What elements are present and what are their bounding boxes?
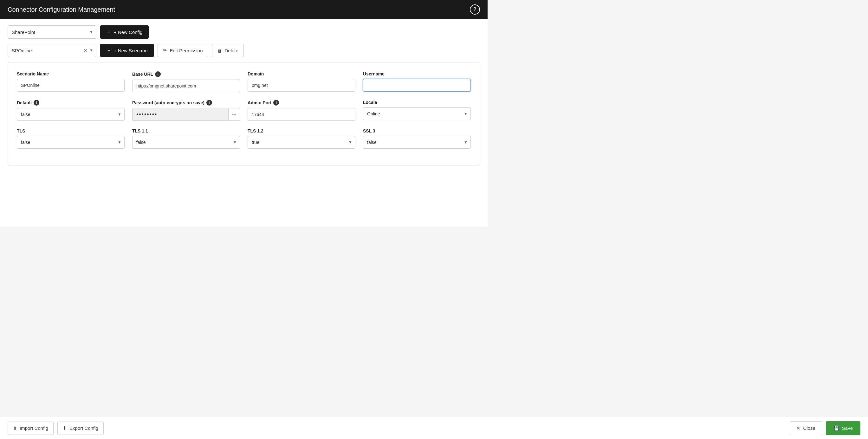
delete-button[interactable]: 🗑 Delete — [212, 44, 244, 57]
new-scenario-plus-icon: ＋ — [106, 48, 111, 54]
default-select-wrapper: false true ▼ — [17, 108, 125, 121]
main-content: SharePoint ▼ ＋ + New Config SPOnline ✕ ▼… — [0, 19, 488, 227]
default-label: Default i — [17, 100, 125, 105]
scenario-select-wrapper: SPOnline ✕ ▼ — [8, 44, 96, 57]
new-config-button[interactable]: ＋ + New Config — [100, 25, 149, 39]
tls-select[interactable]: false true — [17, 136, 125, 149]
username-label: Username — [363, 71, 471, 76]
app-title: Connector Configuration Management — [8, 6, 115, 13]
password-wrapper: ✏ — [132, 108, 240, 121]
tls11-label: TLS 1.1 — [132, 128, 240, 133]
locale-label: Locale — [363, 100, 471, 105]
edit-permission-label: Edit Permission — [169, 48, 203, 53]
pencil-icon: ✏ — [232, 112, 236, 117]
scenario-clear-icon[interactable]: ✕ — [84, 48, 88, 53]
password-label-text: Password (auto-encrypts on save) — [132, 100, 205, 105]
locale-select[interactable]: Online Offline — [363, 107, 471, 120]
form-grid-row1: Scenario Name Base URL i Domain Username — [17, 71, 471, 92]
connector-select-wrapper: SharePoint ▼ — [8, 25, 96, 39]
domain-group: Domain — [248, 71, 355, 92]
default-group: Default i false true ▼ — [17, 100, 125, 121]
password-edit-button[interactable]: ✏ — [228, 108, 240, 121]
admin-port-label-text: Admin Port — [248, 100, 271, 105]
tls-label: TLS — [17, 128, 125, 133]
form-grid-row2: Default i false true ▼ Password (auto-en… — [17, 100, 471, 121]
form-card: Scenario Name Base URL i Domain Username — [8, 62, 480, 165]
tls12-select[interactable]: false true — [248, 136, 355, 149]
scenario-name-input[interactable] — [17, 79, 125, 92]
admin-port-group: Admin Port i — [248, 100, 355, 121]
connector-select[interactable]: SharePoint — [8, 25, 96, 39]
scenario-name-label: Scenario Name — [17, 71, 125, 76]
plus-icon: ＋ — [106, 29, 111, 35]
base-url-label-text: Base URL — [132, 72, 153, 77]
form-grid-row3: TLS false true ▼ TLS 1.1 false true ▼ — [17, 128, 471, 149]
help-button[interactable]: ? — [470, 4, 480, 14]
password-info-icon: i — [206, 100, 212, 105]
admin-port-input[interactable] — [248, 108, 355, 121]
tls11-group: TLS 1.1 false true ▼ — [132, 128, 240, 149]
admin-port-label: Admin Port i — [248, 100, 355, 105]
trash-icon: 🗑 — [217, 48, 222, 53]
tls-select-wrapper: false true ▼ — [17, 136, 125, 149]
locale-select-wrapper: Online Offline ▼ — [363, 107, 471, 120]
scenario-select[interactable]: SPOnline — [8, 44, 96, 57]
new-scenario-label: + New Scenario — [114, 48, 147, 53]
pencil-icon: ✏ — [163, 48, 167, 53]
base-url-label: Base URL i — [132, 71, 240, 77]
edit-permission-button[interactable]: ✏ Edit Permission — [158, 44, 208, 57]
ssl3-select-wrapper: false true ▼ — [363, 136, 471, 149]
password-label: Password (auto-encrypts on save) i — [132, 100, 240, 105]
password-group: Password (auto-encrypts on save) i ✏ — [132, 100, 240, 121]
tls12-group: TLS 1.2 false true ▼ — [248, 128, 355, 149]
locale-group: Locale Online Offline ▼ — [363, 100, 471, 121]
base-url-input[interactable] — [132, 80, 240, 92]
toolbar-row-2: SPOnline ✕ ▼ ＋ + New Scenario ✏ Edit Per… — [8, 44, 480, 57]
tls-group: TLS false true ▼ — [17, 128, 125, 149]
ssl3-label: SSL 3 — [363, 128, 471, 133]
password-input[interactable] — [132, 108, 228, 121]
tls12-select-wrapper: false true ▼ — [248, 136, 355, 149]
default-info-icon: i — [34, 100, 39, 105]
username-input[interactable] — [363, 79, 471, 92]
default-select[interactable]: false true — [17, 108, 125, 121]
base-url-info-icon: i — [155, 71, 161, 77]
base-url-group: Base URL i — [132, 71, 240, 92]
default-label-text: Default — [17, 100, 32, 105]
ssl3-group: SSL 3 false true ▼ — [363, 128, 471, 149]
username-group: Username — [363, 71, 471, 92]
tls12-label: TLS 1.2 — [248, 128, 355, 133]
admin-port-info-icon: i — [273, 100, 279, 105]
delete-label: Delete — [225, 48, 239, 53]
tls11-select-wrapper: false true ▼ — [132, 136, 240, 149]
app-header: Connector Configuration Management ? — [0, 0, 488, 19]
domain-label: Domain — [248, 71, 355, 76]
ssl3-select[interactable]: false true — [363, 136, 471, 149]
new-scenario-button[interactable]: ＋ + New Scenario — [100, 44, 154, 57]
toolbar-row-1: SharePoint ▼ ＋ + New Config — [8, 25, 480, 39]
scenario-name-group: Scenario Name — [17, 71, 125, 92]
tls11-select[interactable]: false true — [132, 136, 240, 149]
new-config-label: + New Config — [114, 29, 142, 35]
domain-input[interactable] — [248, 79, 355, 92]
